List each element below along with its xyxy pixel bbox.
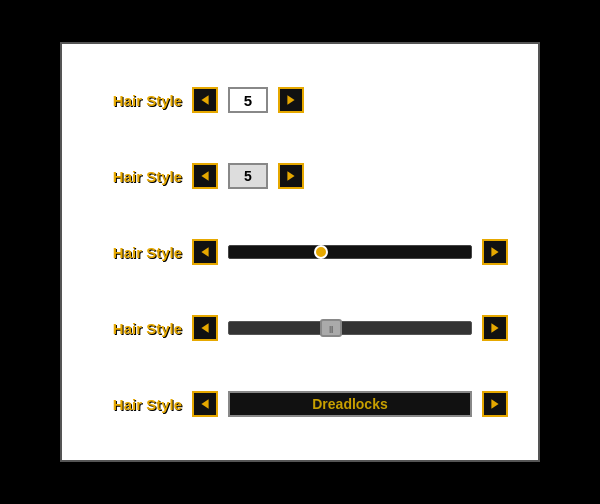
slider-dark-thumb (314, 245, 328, 259)
left-arrow-5[interactable] (192, 391, 218, 417)
left-arrow-4[interactable] (192, 315, 218, 341)
left-arrow-2[interactable] (192, 163, 218, 189)
slider-dark-container[interactable] (228, 242, 472, 262)
svg-marker-5 (491, 247, 498, 257)
main-panel: Hair Style 5 Hair Style 5 Hair Style (60, 42, 540, 462)
right-arrow-4[interactable] (482, 315, 508, 341)
svg-marker-9 (491, 399, 498, 409)
hair-style-row-5: Hair Style Dreadlocks (92, 391, 508, 417)
slider-dark-track (228, 245, 472, 259)
svg-marker-6 (201, 323, 208, 333)
right-arrow-1[interactable] (278, 87, 304, 113)
value-display-5: Dreadlocks (228, 391, 472, 417)
hair-style-row-4: Hair Style (92, 315, 508, 341)
right-arrow-2[interactable] (278, 163, 304, 189)
label-row1: Hair Style (92, 92, 182, 109)
label-row2: Hair Style (92, 168, 182, 185)
slider-gray-track (228, 321, 472, 335)
value-display-1: 5 (228, 87, 268, 113)
svg-marker-7 (491, 323, 498, 333)
label-row4: Hair Style (92, 320, 182, 337)
hair-style-row-3: Hair Style (92, 239, 508, 265)
hair-style-row-2: Hair Style 5 (92, 163, 508, 189)
right-arrow-5[interactable] (482, 391, 508, 417)
hair-style-row-1: Hair Style 5 (92, 87, 508, 113)
right-arrow-3[interactable] (482, 239, 508, 265)
svg-marker-2 (201, 171, 208, 181)
label-row5: Hair Style (92, 396, 182, 413)
slider-gray-container[interactable] (228, 318, 472, 338)
left-arrow-1[interactable] (192, 87, 218, 113)
svg-marker-1 (287, 95, 294, 105)
svg-marker-0 (201, 95, 208, 105)
left-arrow-3[interactable] (192, 239, 218, 265)
value-display-2: 5 (228, 163, 268, 189)
label-row3: Hair Style (92, 244, 182, 261)
slider-gray-thumb (320, 319, 342, 337)
svg-marker-4 (201, 247, 208, 257)
svg-marker-3 (287, 171, 294, 181)
svg-marker-8 (201, 399, 208, 409)
